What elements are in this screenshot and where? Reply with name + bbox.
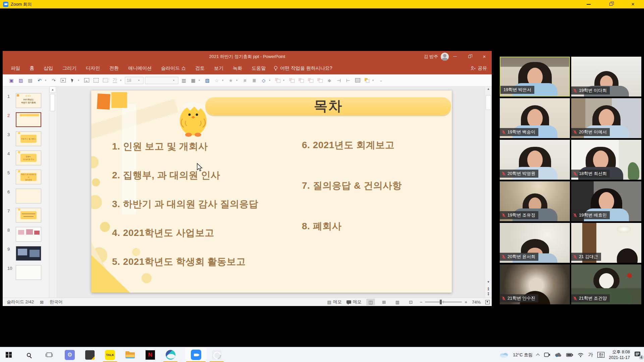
add-animation-icon[interactable]: ☆ [213,76,221,85]
laser-pointer-icon[interactable] [68,76,76,85]
weather-icon[interactable] [499,352,508,358]
kakaotalk-button[interactable]: TALK [102,347,118,362]
slide-thumbnail-5[interactable]: 5 하반기 과 대의원 감사질의응답 [3,170,57,186]
undo-dropdown-icon[interactable]: ▾ [45,79,48,82]
netflix-button[interactable]: N [142,347,158,362]
ribbon-tab[interactable]: 그리기 [58,62,81,74]
ribbon-tab[interactable]: 삽입 [39,62,58,74]
zoom-slider[interactable]: − + [420,300,467,305]
ppt-account[interactable]: 김 방주 [424,51,449,62]
ime-mode-indicator[interactable]: 한 [597,352,604,358]
ribbon-tab[interactable]: 디자인 [81,62,105,74]
slideshow-button[interactable]: ⊡ [407,299,415,305]
reading-view-button[interactable]: ▥ [393,299,402,305]
ungroup-icon[interactable] [297,76,305,85]
send-backward-icon[interactable] [316,76,324,85]
slide-thumbnail-10[interactable]: 10 [3,265,57,281]
undo-icon[interactable]: ↶ [36,76,44,85]
shapes-dropdown-icon[interactable]: ▾ [269,79,272,82]
task-view-button[interactable] [41,347,57,362]
participant-tile[interactable]: 18학번 최선희 [571,140,641,180]
participant-tile[interactable]: 20학번 윤서희 [500,223,570,263]
slide-thumbnail-1[interactable]: 1 ●●● 2021학년도하반기 정기총회 [3,93,57,109]
search-button[interactable] [21,347,37,362]
capture-app-button[interactable] [209,347,225,362]
notes-button[interactable]: ▤메모 [327,299,341,305]
spacing-dropdown-icon[interactable]: ▾ [120,79,123,82]
distribute-vertical-icon[interactable]: ⊢ [344,76,352,85]
colors-dropdown-icon[interactable]: ▾ [372,79,376,82]
slide-thumbnail-2-selected[interactable]: 2 [3,112,57,128]
settings-app-button[interactable]: ⚙ [62,347,78,362]
tray-expand-icon[interactable] [536,353,540,357]
start-slideshow-icon[interactable] [59,76,67,85]
participant-tile[interactable]: 19학번 백송이 [500,98,570,138]
wifi-icon[interactable] [578,353,584,357]
zoom-slider-thumb[interactable] [440,300,442,304]
slide-scrollbar[interactable]: ▲ ▼ ▲▲ ▼▼ [485,86,492,298]
font-size-dropdown[interactable]: 18▾ [125,77,144,84]
scroll-up-icon[interactable]: ▲ [49,86,56,93]
shapes-icon[interactable]: ◇ [260,76,268,85]
fit-to-window-icon[interactable] [485,300,490,304]
participant-tile-active-speaker[interactable]: 19학번 박은서 [500,57,570,97]
ime-language-indicator[interactable]: 가 [588,352,593,358]
slide-thumbnail-7[interactable]: 7 [3,208,57,224]
slide-sorter-view-button[interactable]: ⊞ [380,299,388,305]
save-as-icon[interactable]: ▨ [17,76,25,85]
participant-tile[interactable]: 20학번 이예서 [571,98,641,138]
slide-thumbnail-6[interactable]: 6 [3,189,57,205]
minimize-button[interactable] [578,0,600,8]
zoom-percent[interactable]: 74% [472,300,481,305]
participant-tile[interactable]: 19학번 조유정 [500,181,570,221]
line-spacing-icon[interactable]: ≡ [241,76,249,85]
share-button[interactable]: 공유 [471,65,487,71]
distribute-horizontal-icon[interactable]: ⊣ [335,76,343,85]
table-dropdown-icon[interactable]: ▾ [199,79,202,82]
ribbon-tab[interactable]: 보기 [209,62,228,74]
animation-styles-icon[interactable]: ★ [227,76,235,85]
print-preview-icon[interactable]: ▤ [26,76,34,85]
table-icon[interactable]: ▦ [189,76,197,85]
zoom-tray-icon[interactable] [544,353,550,357]
weather-text[interactable]: 12°C 흐림 [513,352,533,358]
rotate-icon[interactable] [101,76,109,85]
file-explorer-button[interactable] [122,347,138,362]
zoom-app-button[interactable] [185,347,207,362]
ribbon-tab[interactable]: 홈 [25,62,39,74]
clock[interactable]: 오후 8:08 2021-11-17 [609,349,630,361]
redo-icon[interactable]: ↷ [50,76,58,85]
slide-thumbnail-4[interactable]: 4 집행부,과 대의원 인사 [3,150,57,167]
zoom-in-icon[interactable]: + [465,300,467,305]
ribbon-tab[interactable]: 검토 [191,62,209,74]
ribbon-tab[interactable]: 도움말 [247,62,270,74]
ribbon-tab[interactable]: 녹화 [228,62,247,74]
character-spacing-icon[interactable]: 가 [111,76,119,85]
proofing-icon[interactable]: ⊠ [40,300,44,305]
thumbnail-scrollbar[interactable]: ▲ [49,86,56,298]
text-page-icon[interactable]: ▥ [180,76,188,85]
start-button[interactable] [1,347,17,362]
ppt-restore-button[interactable] [462,51,477,62]
align-objects-icon[interactable]: ≑ [325,76,333,85]
paragraph-icon[interactable]: ≣ [250,76,258,85]
comments-button[interactable]: 메모 [346,299,362,305]
arrange-icon[interactable] [274,76,282,85]
scrollbar-thumb[interactable] [50,94,55,111]
change-colors-icon[interactable] [363,76,371,85]
ribbon-tab[interactable]: 전환 [105,62,123,74]
slide-thumbnail-9[interactable]: 9 [3,246,57,262]
bring-forward-icon[interactable] [307,76,315,85]
normal-view-button[interactable]: ◫ [366,299,375,305]
participant-tile[interactable]: 20학번 박영원 [500,140,570,180]
close-button[interactable]: × [622,0,644,8]
slide-thumbnail-3[interactable]: 3 인원 보고 및 개회사 [3,131,57,147]
participant-tile[interactable]: 21 김대근 [571,223,641,263]
onedrive-icon[interactable] [555,353,562,357]
ppt-close-button[interactable]: × [477,51,492,62]
whale-browser-button[interactable] [162,347,178,362]
group-icon[interactable] [288,76,296,85]
scroll-down-icon[interactable]: ▼ [485,280,492,284]
previous-slide-icon[interactable]: ▲▲ [485,287,492,290]
zoom-out-icon[interactable]: − [420,300,423,305]
